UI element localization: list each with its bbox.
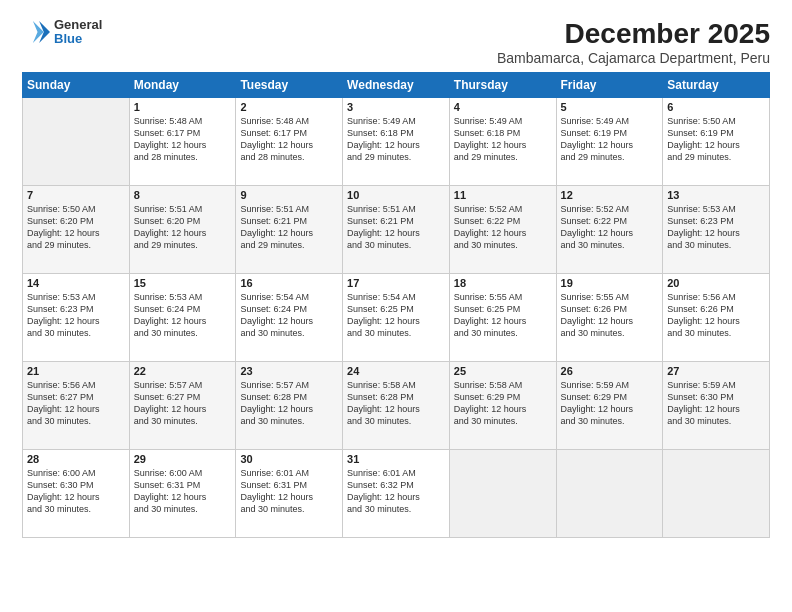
day-number: 23: [240, 365, 338, 377]
day-info: Sunrise: 6:01 AM Sunset: 6:31 PM Dayligh…: [240, 467, 338, 516]
calendar-cell: 2Sunrise: 5:48 AM Sunset: 6:17 PM Daylig…: [236, 98, 343, 186]
day-info: Sunrise: 5:59 AM Sunset: 6:29 PM Dayligh…: [561, 379, 659, 428]
header-thursday: Thursday: [449, 73, 556, 98]
week-row-4: 28Sunrise: 6:00 AM Sunset: 6:30 PM Dayli…: [23, 450, 770, 538]
day-info: Sunrise: 5:53 AM Sunset: 6:23 PM Dayligh…: [667, 203, 765, 252]
calendar-cell: 23Sunrise: 5:57 AM Sunset: 6:28 PM Dayli…: [236, 362, 343, 450]
day-number: 9: [240, 189, 338, 201]
day-number: 10: [347, 189, 445, 201]
calendar-cell: 19Sunrise: 5:55 AM Sunset: 6:26 PM Dayli…: [556, 274, 663, 362]
day-number: 22: [134, 365, 232, 377]
calendar-cell: 18Sunrise: 5:55 AM Sunset: 6:25 PM Dayli…: [449, 274, 556, 362]
day-number: 24: [347, 365, 445, 377]
day-info: Sunrise: 5:48 AM Sunset: 6:17 PM Dayligh…: [134, 115, 232, 164]
day-number: 12: [561, 189, 659, 201]
header: General Blue December 2025 Bambamarca, C…: [22, 18, 770, 66]
day-number: 4: [454, 101, 552, 113]
calendar-subtitle: Bambamarca, Cajamarca Department, Peru: [497, 50, 770, 66]
calendar-cell: 11Sunrise: 5:52 AM Sunset: 6:22 PM Dayli…: [449, 186, 556, 274]
logo-blue: Blue: [54, 32, 102, 46]
day-info: Sunrise: 5:54 AM Sunset: 6:24 PM Dayligh…: [240, 291, 338, 340]
day-info: Sunrise: 5:58 AM Sunset: 6:28 PM Dayligh…: [347, 379, 445, 428]
header-row: SundayMondayTuesdayWednesdayThursdayFrid…: [23, 73, 770, 98]
day-number: 5: [561, 101, 659, 113]
day-number: 14: [27, 277, 125, 289]
header-tuesday: Tuesday: [236, 73, 343, 98]
day-number: 28: [27, 453, 125, 465]
day-number: 8: [134, 189, 232, 201]
day-number: 20: [667, 277, 765, 289]
page: General Blue December 2025 Bambamarca, C…: [0, 0, 792, 612]
calendar-cell: 8Sunrise: 5:51 AM Sunset: 6:20 PM Daylig…: [129, 186, 236, 274]
header-saturday: Saturday: [663, 73, 770, 98]
calendar-cell: 15Sunrise: 5:53 AM Sunset: 6:24 PM Dayli…: [129, 274, 236, 362]
calendar-cell: 3Sunrise: 5:49 AM Sunset: 6:18 PM Daylig…: [343, 98, 450, 186]
day-number: 21: [27, 365, 125, 377]
calendar-cell: 20Sunrise: 5:56 AM Sunset: 6:26 PM Dayli…: [663, 274, 770, 362]
day-info: Sunrise: 6:00 AM Sunset: 6:31 PM Dayligh…: [134, 467, 232, 516]
calendar-cell: 30Sunrise: 6:01 AM Sunset: 6:31 PM Dayli…: [236, 450, 343, 538]
calendar-cell: 26Sunrise: 5:59 AM Sunset: 6:29 PM Dayli…: [556, 362, 663, 450]
day-info: Sunrise: 5:49 AM Sunset: 6:18 PM Dayligh…: [454, 115, 552, 164]
day-info: Sunrise: 5:52 AM Sunset: 6:22 PM Dayligh…: [454, 203, 552, 252]
calendar-cell: 21Sunrise: 5:56 AM Sunset: 6:27 PM Dayli…: [23, 362, 130, 450]
logo-text: General Blue: [54, 18, 102, 47]
logo-general: General: [54, 18, 102, 32]
calendar-cell: 16Sunrise: 5:54 AM Sunset: 6:24 PM Dayli…: [236, 274, 343, 362]
calendar-title: December 2025: [497, 18, 770, 50]
calendar-cell: 22Sunrise: 5:57 AM Sunset: 6:27 PM Dayli…: [129, 362, 236, 450]
calendar-cell: 7Sunrise: 5:50 AM Sunset: 6:20 PM Daylig…: [23, 186, 130, 274]
day-info: Sunrise: 5:54 AM Sunset: 6:25 PM Dayligh…: [347, 291, 445, 340]
calendar-body: 1Sunrise: 5:48 AM Sunset: 6:17 PM Daylig…: [23, 98, 770, 538]
day-number: 13: [667, 189, 765, 201]
day-info: Sunrise: 5:49 AM Sunset: 6:19 PM Dayligh…: [561, 115, 659, 164]
day-info: Sunrise: 5:57 AM Sunset: 6:27 PM Dayligh…: [134, 379, 232, 428]
calendar-cell: 28Sunrise: 6:00 AM Sunset: 6:30 PM Dayli…: [23, 450, 130, 538]
day-info: Sunrise: 5:50 AM Sunset: 6:20 PM Dayligh…: [27, 203, 125, 252]
day-number: 19: [561, 277, 659, 289]
logo: General Blue: [22, 18, 102, 47]
header-sunday: Sunday: [23, 73, 130, 98]
day-number: 30: [240, 453, 338, 465]
calendar-cell: 17Sunrise: 5:54 AM Sunset: 6:25 PM Dayli…: [343, 274, 450, 362]
day-info: Sunrise: 5:51 AM Sunset: 6:21 PM Dayligh…: [240, 203, 338, 252]
day-info: Sunrise: 5:48 AM Sunset: 6:17 PM Dayligh…: [240, 115, 338, 164]
day-info: Sunrise: 5:56 AM Sunset: 6:27 PM Dayligh…: [27, 379, 125, 428]
calendar-cell: 10Sunrise: 5:51 AM Sunset: 6:21 PM Dayli…: [343, 186, 450, 274]
day-info: Sunrise: 5:52 AM Sunset: 6:22 PM Dayligh…: [561, 203, 659, 252]
day-number: 17: [347, 277, 445, 289]
day-info: Sunrise: 5:55 AM Sunset: 6:26 PM Dayligh…: [561, 291, 659, 340]
day-number: 27: [667, 365, 765, 377]
day-number: 6: [667, 101, 765, 113]
day-number: 2: [240, 101, 338, 113]
week-row-1: 7Sunrise: 5:50 AM Sunset: 6:20 PM Daylig…: [23, 186, 770, 274]
calendar-cell: 1Sunrise: 5:48 AM Sunset: 6:17 PM Daylig…: [129, 98, 236, 186]
day-number: 3: [347, 101, 445, 113]
calendar-table: SundayMondayTuesdayWednesdayThursdayFrid…: [22, 72, 770, 538]
logo-icon: [22, 18, 50, 46]
day-info: Sunrise: 5:55 AM Sunset: 6:25 PM Dayligh…: [454, 291, 552, 340]
day-info: Sunrise: 5:58 AM Sunset: 6:29 PM Dayligh…: [454, 379, 552, 428]
day-number: 31: [347, 453, 445, 465]
week-row-2: 14Sunrise: 5:53 AM Sunset: 6:23 PM Dayli…: [23, 274, 770, 362]
calendar-cell: [449, 450, 556, 538]
calendar-cell: 29Sunrise: 6:00 AM Sunset: 6:31 PM Dayli…: [129, 450, 236, 538]
day-number: 25: [454, 365, 552, 377]
header-friday: Friday: [556, 73, 663, 98]
calendar-header: SundayMondayTuesdayWednesdayThursdayFrid…: [23, 73, 770, 98]
calendar-cell: 6Sunrise: 5:50 AM Sunset: 6:19 PM Daylig…: [663, 98, 770, 186]
day-number: 29: [134, 453, 232, 465]
day-info: Sunrise: 5:53 AM Sunset: 6:24 PM Dayligh…: [134, 291, 232, 340]
day-info: Sunrise: 6:00 AM Sunset: 6:30 PM Dayligh…: [27, 467, 125, 516]
day-info: Sunrise: 5:56 AM Sunset: 6:26 PM Dayligh…: [667, 291, 765, 340]
day-info: Sunrise: 5:50 AM Sunset: 6:19 PM Dayligh…: [667, 115, 765, 164]
day-info: Sunrise: 5:51 AM Sunset: 6:20 PM Dayligh…: [134, 203, 232, 252]
calendar-cell: 24Sunrise: 5:58 AM Sunset: 6:28 PM Dayli…: [343, 362, 450, 450]
calendar-cell: 13Sunrise: 5:53 AM Sunset: 6:23 PM Dayli…: [663, 186, 770, 274]
day-number: 11: [454, 189, 552, 201]
header-wednesday: Wednesday: [343, 73, 450, 98]
calendar-cell: 4Sunrise: 5:49 AM Sunset: 6:18 PM Daylig…: [449, 98, 556, 186]
calendar-cell: 14Sunrise: 5:53 AM Sunset: 6:23 PM Dayli…: [23, 274, 130, 362]
calendar-cell: [663, 450, 770, 538]
header-monday: Monday: [129, 73, 236, 98]
